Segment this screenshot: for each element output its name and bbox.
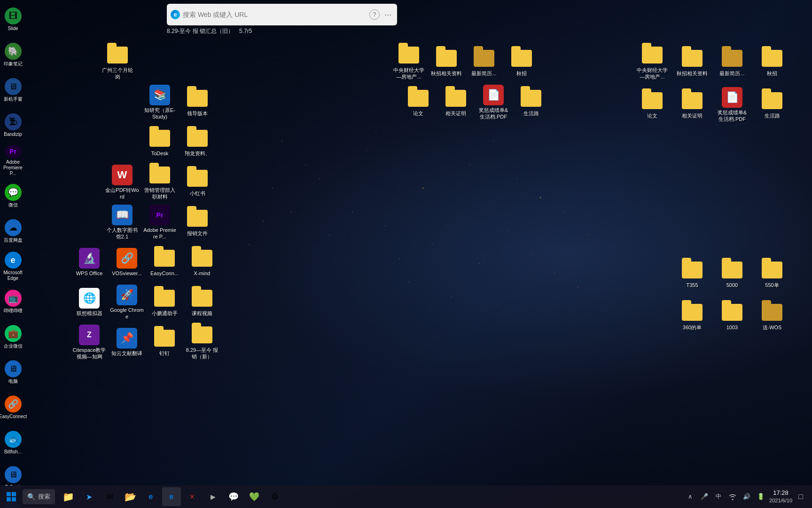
taskbar-close-icon[interactable]: ✕ (183, 487, 202, 506)
taskbar-clock[interactable]: 17:28 2021/6/10 (769, 489, 792, 505)
icon-5000-folder[interactable]: 5000 (713, 254, 751, 294)
icon-dingding2[interactable]: 📌 知云文献翻译 (108, 322, 146, 362)
taskbar-arrow-app[interactable]: ➤ (79, 487, 98, 506)
svg-rect-1 (12, 492, 16, 496)
taskbar-sys-app[interactable]: ⚙ (265, 487, 284, 506)
icon-1003-folder[interactable]: 1003 (713, 296, 751, 336)
icon-zhiyanjiu[interactable]: 📚 知研究（原E-Study) (141, 82, 179, 122)
icon-shenghuo2-folder[interactable]: 生活路 (753, 85, 791, 125)
icon-citespace-folder[interactable]: 课程视频 (183, 282, 221, 322)
svg-rect-0 (7, 492, 11, 496)
tray-expand[interactable]: ∧ (685, 491, 696, 502)
taskbar-wechat[interactable]: 💚 (245, 487, 264, 506)
icon-adobe-pr2[interactable]: Pr Adobe Premiere P... (141, 202, 179, 242)
icon-guangzhou-folder[interactable]: 广州三个月轮岗 (99, 42, 136, 82)
icon-xiangzhen2-folder[interactable]: 相关证明 (673, 85, 711, 125)
icon-baoxiao-folder[interactable]: 报销文件 (179, 202, 216, 242)
icon-zuixin-folder[interactable]: 最新简历... (465, 42, 503, 82)
tray-volume[interactable]: 🔊 (741, 491, 752, 502)
browser-bar[interactable]: e ? ··· (167, 4, 397, 25)
icon-qiuzhao2-folder[interactable]: 秋招 (503, 42, 540, 82)
icon-gerenshuzi[interactable]: 📖 个人数字图书馆2.1 (103, 202, 141, 242)
taskbar: 🔍 搜索 📁 ➤ ✉ 📂 e e ✕ ▶ 💬 💚 (0, 485, 812, 508)
icon-shenghuo-folder[interactable]: 生活路 (512, 82, 550, 122)
svg-rect-2 (7, 497, 11, 501)
taskbar-right: ∧ 🎤 中 🔊 🔋 17:28 2021/6/10 □ (679, 489, 812, 505)
sidebar-item-bandizip[interactable]: 🗜 Bandizip (0, 108, 26, 143)
icon-xianglong-folder[interactable]: ToDesk (141, 122, 179, 162)
taskbar-file2[interactable]: 📂 (121, 487, 140, 506)
icon-lunwen2-folder[interactable]: 论文 (633, 85, 671, 125)
icon-lunwen-folder[interactable]: 论文 (399, 82, 437, 122)
icon-zuixin2-folder[interactable]: 最新简历... (713, 42, 751, 82)
search-label: 搜索 (38, 492, 50, 501)
help-button[interactable]: ? (369, 9, 380, 20)
icon-xiangzhen-folder[interactable]: 相关证明 (437, 82, 475, 122)
taskbar-search[interactable]: 🔍 搜索 (23, 489, 55, 504)
icon-qiuzao-folder[interactable]: 秋招相关资料 (428, 42, 465, 82)
icon-dove-folder[interactable]: 翔龙资料、 (179, 122, 216, 162)
icon-easyconn3[interactable]: 🔗 VOSviewer... (108, 242, 146, 282)
icon-lingdao-folder[interactable]: 领导版本 (179, 82, 216, 122)
taskbar-mail[interactable]: ✉ (100, 487, 119, 506)
sidebar-item-yinxiangbiji[interactable]: 🐘 印象笔记 (0, 37, 26, 72)
sidebar-item-easyconnect[interactable]: 🔗 EasyConnect (0, 390, 26, 425)
taskbar-apps: 📁 ➤ ✉ 📂 e e ✕ ▶ 💬 💚 ⚙ (59, 487, 369, 506)
icon-jiangcheng-pdf[interactable]: 📄 奖惩成绩单&生活档.PDF (475, 82, 512, 122)
icon-yingxiao-folder[interactable]: 营销管理部入职材料 (141, 162, 179, 202)
icon-jinpdf[interactable]: W 金山PDF转Word (103, 162, 141, 202)
icon-zhiyun2[interactable]: Z Citespace教学视频—知网 (70, 322, 108, 362)
tray-notification[interactable]: □ (795, 491, 806, 502)
left-sidebar-icons: 🎞 Slide 🐘 印象笔记 🖥 新机手窗 🗜 Bandizip Pr Adob… (0, 0, 28, 508)
svg-rect-3 (12, 497, 16, 501)
icon-t355-folder[interactable]: T355 (673, 254, 711, 294)
taskbar-file-explorer[interactable]: 📁 (59, 487, 78, 506)
sidebar-item-weixin[interactable]: 💬 微信 (0, 178, 26, 214)
taskbar-edge[interactable]: e (141, 487, 160, 506)
browser-info: 8.29-至今 报 锁汇总（旧） 5.7r5 (167, 27, 252, 35)
tray-wifi[interactable] (727, 491, 738, 502)
desktop: 🎞 Slide 🐘 印象笔记 🖥 新机手窗 🗜 Bandizip Pr Adob… (0, 0, 812, 485)
sidebar-item-qiyecaiwu[interactable]: 💼 企业微信 (0, 319, 26, 355)
icon-xiaohong-folder[interactable]: 小红书 (179, 162, 216, 202)
sidebar-item-billfish[interactable]: 🐟 Billfish... (0, 425, 26, 460)
icon-zhongyang-folder[interactable]: 中央财经大学—房地产... (390, 42, 428, 82)
sidebar-item-baiduwangpan[interactable]: ☁ 百度网盘 (0, 214, 26, 249)
icon-zhongyang2-folder[interactable]: 中央财经大学—房地产... (633, 42, 671, 82)
icon-qiuzao2-folder[interactable]: 秋招相关资料 (673, 42, 711, 82)
icon-vosviewer[interactable]: 🔬 WPS Office (70, 242, 108, 282)
sidebar-item-slide[interactable]: 🎞 Slide (0, 2, 26, 37)
taskbar-arrow2[interactable]: ▶ (203, 487, 222, 506)
taskbar-edge2[interactable]: e (162, 487, 181, 506)
start-button[interactable] (0, 485, 23, 508)
icon-songwos-folder[interactable]: 送-WOS (753, 296, 791, 336)
icon-fuyeywu-folder[interactable]: X-mind (183, 242, 221, 282)
tray-mic[interactable]: 🎤 (699, 491, 710, 502)
sidebar-item-diannao[interactable]: 🖥 电脑 (0, 355, 26, 390)
icon-qiuzhao3-folder[interactable]: 秋招 (753, 42, 791, 82)
browser-edge-icon: e (171, 10, 180, 19)
icon-baojin-folder[interactable]: 钉钉 (146, 322, 183, 362)
icon-xmind-folder[interactable]: EasyConn... (146, 242, 183, 282)
sidebar-item-bilibili[interactable]: 📺 哔哩哔哩 (0, 284, 26, 319)
icon-jiangcheng2-pdf[interactable]: 📄 奖惩成绩单&生活档.PDF (713, 85, 751, 125)
icon-kecheng-folder[interactable]: 小鹏通助手 (146, 282, 183, 322)
icon-360-folder[interactable]: 360的单 (673, 296, 711, 336)
icon-550-folder[interactable]: 550单 (753, 254, 791, 294)
icon-wenxian-folder[interactable]: 8.29—至今 报销（新） (183, 322, 221, 362)
tray-lang[interactable]: 中 (713, 491, 724, 502)
sidebar-item-adobe-pr[interactable]: Pr Adobe Premiere P... (0, 143, 26, 178)
taskbar-messenger[interactable]: 💬 (224, 487, 243, 506)
menu-button[interactable]: ··· (383, 10, 393, 20)
sidebar-item-xinshouchuang[interactable]: 🖥 新机手窗 (0, 72, 26, 108)
sidebar-item-msedge[interactable]: e Microsoft Edge (0, 249, 26, 284)
url-input[interactable] (183, 11, 367, 18)
icon-xiaopengzhu[interactable]: 🚀 Google Chrome (108, 282, 146, 322)
icon-googlechrome2[interactable]: 🌐 联想模拟器 (70, 282, 108, 322)
tray-battery[interactable]: 🔋 (755, 491, 766, 502)
